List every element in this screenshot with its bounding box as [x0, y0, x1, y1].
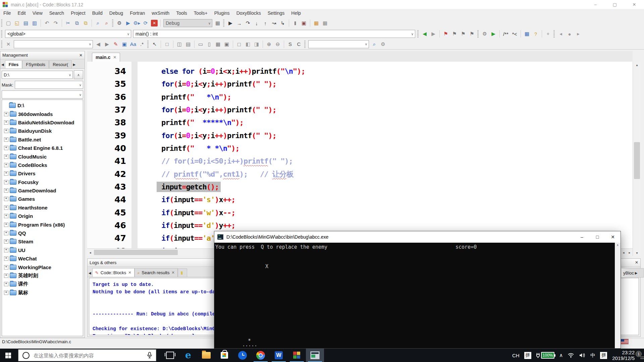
break-debugger-icon[interactable]: ‖	[291, 19, 299, 27]
console-app-button[interactable]	[306, 349, 324, 362]
zoom-in-icon[interactable]: ⊕	[265, 40, 273, 48]
jump-back-icon[interactable]: ◀	[421, 30, 429, 38]
menu-tools[interactable]: Tools+	[191, 9, 211, 17]
expand-icon[interactable]: +	[4, 248, 8, 252]
toolbar-grip[interactable]	[304, 41, 306, 48]
line-number[interactable]: 37	[87, 104, 126, 116]
various-info-icon[interactable]: ▦	[321, 19, 329, 27]
tree-item[interactable]: +WeChat	[2, 254, 83, 263]
line-number[interactable]: 44	[87, 193, 126, 206]
jump-forward-icon[interactable]: ▶	[429, 30, 437, 38]
line-number[interactable]: 45	[87, 206, 126, 219]
menu-settings[interactable]: Settings	[264, 9, 288, 17]
expand-icon[interactable]: +	[4, 239, 8, 244]
editor-vertical-scrollbar[interactable]: ▴ ▾	[633, 62, 641, 256]
codeblocks-button[interactable]	[288, 349, 306, 362]
tree-item[interactable]: +GameDownload	[2, 186, 83, 195]
ime-mode-indicator[interactable]: 中	[590, 352, 595, 359]
tree-item[interactable]: D:\	[2, 101, 83, 110]
console-titlebar[interactable]: D:\CodeBlocks\MinGW\abcc\bin\Debug\abcc.…	[214, 231, 621, 243]
expand-icon[interactable]: +	[4, 282, 8, 286]
task-view-button[interactable]	[161, 349, 179, 362]
line-number[interactable]: 38	[87, 116, 126, 129]
line-number[interactable]: 41	[87, 155, 126, 168]
code-line[interactable]: 42// printf("%d",cnt1); // 让分板	[87, 168, 633, 181]
tree-item[interactable]: +Battle.net	[2, 135, 83, 144]
maximize-button[interactable]: ▢	[605, 0, 625, 9]
search-input[interactable]	[33, 352, 147, 359]
replace-icon[interactable]: ⌕	[103, 19, 111, 27]
wx-align-right-icon[interactable]: ◨	[253, 40, 261, 48]
rebuild-icon[interactable]: ⟳	[142, 19, 150, 27]
logs-tab-searchresults[interactable]: ⌕Search results✕	[135, 268, 178, 277]
doxy-extract-icon[interactable]: ⚙	[481, 30, 489, 38]
tree-item[interactable]: +Steam	[2, 237, 83, 246]
filter-combo[interactable]: ∨	[2, 90, 83, 99]
expand-icon[interactable]: +	[4, 180, 8, 184]
code-line[interactable]: 43input=getch();	[87, 181, 633, 193]
menu-debug[interactable]: Debug	[106, 9, 126, 17]
code-line[interactable]: 44if(input=='s')x++;	[87, 193, 633, 206]
combo-global[interactable]: <global>∨	[5, 30, 131, 38]
ime-pinyin-icon[interactable]: 拼	[524, 352, 531, 359]
tree-item[interactable]: +Hearthstone	[2, 203, 83, 212]
regex-icon[interactable]: .*	[138, 40, 146, 48]
tree-item[interactable]: +CloudMusic	[2, 152, 83, 161]
scroll-up-icon[interactable]: ▴	[633, 62, 641, 68]
abort-icon[interactable]: ✕	[151, 20, 158, 26]
alarms-clock-button[interactable]	[233, 349, 252, 362]
wx-grid-icon[interactable]: ▦	[214, 40, 222, 48]
clock[interactable]: 23:22 2019/12/5	[612, 350, 635, 361]
tray-chevron-icon[interactable]: ∧	[559, 352, 563, 358]
expand-icon[interactable]: +	[4, 274, 8, 278]
wx-expand-icon[interactable]: ◻	[235, 40, 243, 48]
code-line[interactable]: 34else for (i=0;i<x;i++)printf("\n");	[87, 65, 633, 78]
tab-close-icon[interactable]: ✕	[113, 55, 116, 60]
incsearch-options-icon[interactable]: ⚙	[379, 40, 387, 48]
line-number[interactable]: 35	[87, 78, 126, 90]
selected-to-search-icon[interactable]: ▣	[120, 40, 128, 48]
tab-close-icon[interactable]: ✕	[128, 270, 131, 275]
toolbar-grip[interactable]	[147, 41, 149, 48]
close-incsearch-icon[interactable]: ✕	[4, 40, 12, 48]
tab-doxyblocks-partial[interactable]: yBloc ▶	[621, 268, 644, 278]
scroll-right-icon[interactable]: ▸	[627, 249, 633, 256]
match-case-icon[interactable]: Aa	[129, 40, 137, 48]
expand-icon[interactable]: +	[4, 291, 8, 295]
step-out-icon[interactable]: ↑	[261, 19, 269, 27]
goto-prev-point-icon[interactable]: ◂	[557, 30, 565, 38]
logs-tabs-scroll-left-icon[interactable]: ◀	[88, 269, 92, 277]
next-line-icon[interactable]: ↷	[244, 19, 252, 27]
scroll-left2-icon[interactable]: ◂	[621, 249, 627, 256]
line-number[interactable]: 47	[87, 232, 126, 245]
edge-button[interactable]: e	[179, 349, 197, 362]
expand-icon[interactable]: +	[4, 231, 8, 235]
run-to-cursor-icon[interactable]: →	[235, 19, 243, 27]
expand-icon[interactable]: +	[4, 146, 8, 150]
compiler-targets-icon[interactable]: ▦	[214, 19, 222, 27]
code-line[interactable]: 37for(i=0;i<y;i++)printf(" ");	[87, 104, 633, 116]
tabs-scroll-left-icon[interactable]: ◀	[0, 61, 5, 68]
management-close-icon[interactable]: ✕	[79, 53, 83, 58]
tree-item[interactable]: +Cheat Engine 6.8.1	[2, 144, 83, 152]
show-containers-icon[interactable]: C	[295, 40, 303, 48]
zoom-out-icon[interactable]: ⊖	[274, 40, 282, 48]
tree-item[interactable]: +鼠标	[2, 289, 83, 297]
copy-icon[interactable]: ⧉	[73, 19, 81, 27]
path-combo[interactable]: D:\∨	[2, 71, 73, 79]
combo-debug[interactable]: Debug∨	[163, 19, 212, 27]
next-bookmark-icon[interactable]: ⚑	[459, 30, 467, 38]
toolbar-grip[interactable]	[477, 30, 479, 38]
expand-icon[interactable]: +	[4, 129, 8, 133]
tree-item[interactable]: +BaiduNetdiskDownload	[2, 118, 83, 127]
line-number[interactable]: 48	[87, 245, 126, 248]
start-button[interactable]	[0, 349, 16, 362]
toolbar-grip[interactable]	[417, 30, 419, 38]
tree-item[interactable]: +Drivers	[2, 169, 83, 178]
toolbar-grip[interactable]	[1, 41, 2, 48]
doxygen-html-icon[interactable]: ▦	[523, 30, 531, 38]
toolbar-grip[interactable]	[223, 19, 224, 27]
scroll-down-icon[interactable]: ▾	[633, 250, 641, 256]
wx-panel-icon[interactable]: ▤	[184, 40, 192, 48]
tree-item[interactable]: +Focusky	[2, 178, 83, 186]
